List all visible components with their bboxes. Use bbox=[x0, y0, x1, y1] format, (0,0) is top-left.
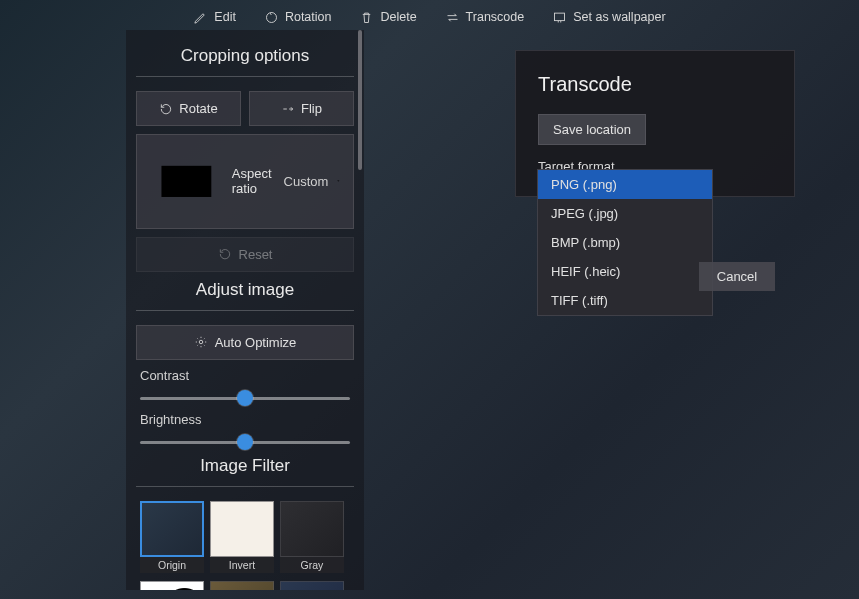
filter-thumb bbox=[280, 581, 344, 590]
aspect-ratio-select[interactable]: Aspect ratio Custom bbox=[136, 134, 354, 229]
panel-scrollbar[interactable] bbox=[358, 30, 362, 170]
filter-label: Gray bbox=[280, 557, 344, 573]
chevron-down-icon bbox=[336, 175, 341, 187]
transcode-icon bbox=[445, 10, 460, 25]
filter-row-2 bbox=[126, 581, 364, 590]
reset-label: Reset bbox=[239, 247, 273, 262]
brightness-thumb[interactable] bbox=[237, 434, 253, 450]
svg-point-3 bbox=[199, 341, 203, 345]
divider bbox=[136, 310, 354, 311]
filter-thumb bbox=[140, 581, 204, 590]
transcode-button[interactable]: Transcode bbox=[445, 10, 525, 25]
rotate-icon bbox=[159, 102, 173, 116]
filter-label: Invert bbox=[210, 557, 274, 573]
filter-thumb bbox=[280, 501, 344, 557]
delete-label: Delete bbox=[380, 10, 416, 24]
divider bbox=[136, 486, 354, 487]
filter-label: Origin bbox=[140, 557, 204, 573]
contrast-slider[interactable] bbox=[140, 397, 350, 400]
set-wallpaper-button[interactable]: Set as wallpaper bbox=[552, 10, 665, 25]
svg-point-0 bbox=[266, 12, 276, 22]
edit-panel: Cropping options Rotate Flip Aspect rati… bbox=[126, 30, 364, 590]
filter-thumb bbox=[210, 581, 274, 590]
rotation-label: Rotation bbox=[285, 10, 332, 24]
divider bbox=[136, 76, 354, 77]
filter-thumb bbox=[140, 501, 204, 557]
filter-item[interactable] bbox=[140, 581, 204, 590]
filter-invert[interactable]: Invert bbox=[210, 501, 274, 573]
cancel-label: Cancel bbox=[717, 269, 757, 284]
brightness-slider[interactable] bbox=[140, 441, 350, 444]
target-format-dropdown[interactable]: PNG (.png) JPEG (.jpg) BMP (.bmp) HEIF (… bbox=[537, 169, 713, 316]
cancel-button[interactable]: Cancel bbox=[699, 262, 775, 291]
pencil-icon bbox=[193, 10, 208, 25]
aspect-value: Custom bbox=[284, 174, 329, 189]
trash-icon bbox=[359, 10, 374, 25]
set-wallpaper-label: Set as wallpaper bbox=[573, 10, 665, 24]
flip-icon bbox=[281, 102, 295, 116]
edit-label: Edit bbox=[214, 10, 236, 24]
transcode-title: Transcode bbox=[538, 73, 772, 96]
edit-button[interactable]: Edit bbox=[193, 10, 236, 25]
wallpaper-icon bbox=[552, 10, 567, 25]
save-location-button[interactable]: Save location bbox=[538, 114, 646, 145]
reset-icon bbox=[218, 247, 232, 261]
auto-optimize-label: Auto Optimize bbox=[215, 335, 297, 350]
filter-origin[interactable]: Origin bbox=[140, 501, 204, 573]
brightness-label: Brightness bbox=[140, 412, 350, 427]
filter-row-1: Origin Invert Gray bbox=[126, 501, 364, 581]
auto-optimize-button[interactable]: Auto Optimize bbox=[136, 325, 354, 360]
format-option-tiff[interactable]: TIFF (.tiff) bbox=[538, 286, 712, 315]
filter-item[interactable] bbox=[210, 581, 274, 590]
format-option-png[interactable]: PNG (.png) bbox=[538, 170, 712, 199]
format-option-bmp[interactable]: BMP (.bmp) bbox=[538, 228, 712, 257]
rotation-button[interactable]: Rotation bbox=[264, 10, 332, 25]
aspect-icon bbox=[149, 144, 224, 219]
svg-rect-2 bbox=[161, 166, 211, 197]
rotate-button[interactable]: Rotate bbox=[136, 91, 241, 126]
rotation-icon bbox=[264, 10, 279, 25]
cropping-title: Cropping options bbox=[126, 46, 364, 66]
format-option-jpeg[interactable]: JPEG (.jpg) bbox=[538, 199, 712, 228]
flip-button[interactable]: Flip bbox=[249, 91, 354, 126]
filter-item[interactable] bbox=[280, 581, 344, 590]
optimize-icon bbox=[194, 335, 208, 349]
top-toolbar: Edit Rotation Delete Transcode Set as wa… bbox=[0, 0, 859, 34]
save-location-label: Save location bbox=[553, 122, 631, 137]
contrast-thumb[interactable] bbox=[237, 390, 253, 406]
flip-label: Flip bbox=[301, 101, 322, 116]
filter-thumb bbox=[210, 501, 274, 557]
filter-title: Image Filter bbox=[126, 456, 364, 476]
transcode-label: Transcode bbox=[466, 10, 525, 24]
delete-button[interactable]: Delete bbox=[359, 10, 416, 25]
contrast-label: Contrast bbox=[140, 368, 350, 383]
adjust-title: Adjust image bbox=[126, 280, 364, 300]
filter-gray[interactable]: Gray bbox=[280, 501, 344, 573]
rotate-label: Rotate bbox=[179, 101, 217, 116]
aspect-label: Aspect ratio bbox=[232, 166, 272, 196]
svg-rect-1 bbox=[555, 13, 565, 21]
reset-button[interactable]: Reset bbox=[136, 237, 354, 272]
format-option-heif[interactable]: HEIF (.heic) bbox=[538, 257, 712, 286]
